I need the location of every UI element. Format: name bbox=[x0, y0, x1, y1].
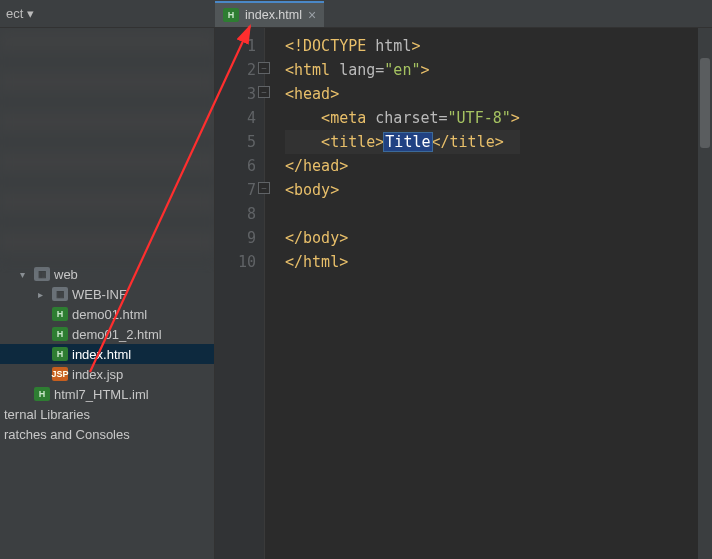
tree-label: ratches and Consoles bbox=[4, 427, 130, 442]
line-number: 5 bbox=[215, 130, 256, 154]
code-area[interactable]: <!DOCTYPE html> <html lang="en"> <head> … bbox=[265, 28, 520, 559]
html-file-icon: H bbox=[52, 327, 68, 341]
line-gutter: 1 2− 3− 4 5 6 7− 8 9 10 bbox=[215, 28, 265, 559]
code-line: <!DOCTYPE html> bbox=[285, 34, 520, 58]
code-line bbox=[285, 202, 520, 226]
selected-text: Title bbox=[384, 133, 431, 151]
code-line: <title>Title</title> bbox=[285, 130, 520, 154]
scrollbar-thumb[interactable] bbox=[700, 58, 710, 148]
tree-label: web bbox=[54, 267, 78, 282]
html-file-icon: H bbox=[52, 347, 68, 361]
folder-icon: ▦ bbox=[34, 267, 50, 281]
jsp-file-icon: JSP bbox=[52, 367, 68, 381]
project-sidebar: ▾ ▦ web ▸ ▦ WEB-INF H demo01.html H demo… bbox=[0, 28, 215, 559]
line-number: 6 bbox=[215, 154, 256, 178]
line-number: 3− bbox=[215, 82, 256, 106]
tree-folder-webinf[interactable]: ▸ ▦ WEB-INF bbox=[0, 284, 214, 304]
line-number: 8 bbox=[215, 202, 256, 226]
blurred-region bbox=[0, 32, 214, 262]
tree-file-demo01-2[interactable]: H demo01_2.html bbox=[0, 324, 214, 344]
chevron-down-icon: ▾ bbox=[20, 269, 30, 280]
project-label: ect bbox=[6, 6, 23, 21]
fold-icon[interactable]: − bbox=[258, 182, 270, 194]
tree-file-demo01[interactable]: H demo01.html bbox=[0, 304, 214, 324]
line-number: 9 bbox=[215, 226, 256, 250]
tree-label: WEB-INF bbox=[72, 287, 127, 302]
html-file-icon: H bbox=[52, 307, 68, 321]
line-number: 4 bbox=[215, 106, 256, 130]
folder-icon: ▦ bbox=[52, 287, 68, 301]
code-line: </html> bbox=[285, 250, 520, 274]
tab-label: index.html bbox=[245, 8, 302, 22]
project-selector[interactable]: ect ▾ bbox=[6, 6, 34, 21]
line-number: 2− bbox=[215, 58, 256, 82]
tree-file-index-html[interactable]: H index.html bbox=[0, 344, 214, 364]
tree-label: html7_HTML.iml bbox=[54, 387, 149, 402]
code-editor[interactable]: 1 2− 3− 4 5 6 7− 8 9 10 <!DOCTYPE html> … bbox=[215, 28, 712, 559]
fold-icon[interactable]: − bbox=[258, 62, 270, 74]
html-file-icon: H bbox=[223, 8, 239, 22]
code-line: <head> bbox=[285, 82, 520, 106]
tree-folder-web[interactable]: ▾ ▦ web bbox=[0, 264, 214, 284]
code-line: <html lang="en"> bbox=[285, 58, 520, 82]
line-number: 7− bbox=[215, 178, 256, 202]
tab-index-html[interactable]: H index.html × bbox=[215, 1, 324, 27]
project-tree[interactable]: ▾ ▦ web ▸ ▦ WEB-INF H demo01.html H demo… bbox=[0, 262, 214, 444]
editor-tabbar: H index.html × bbox=[215, 0, 712, 28]
tree-label: ternal Libraries bbox=[4, 407, 90, 422]
code-line: </body> bbox=[285, 226, 520, 250]
close-icon[interactable]: × bbox=[308, 7, 316, 23]
chevron-right-icon: ▸ bbox=[38, 289, 48, 300]
tree-label: index.html bbox=[72, 347, 131, 362]
tree-external-libraries[interactable]: ternal Libraries bbox=[0, 404, 214, 424]
tree-label: index.jsp bbox=[72, 367, 123, 382]
code-line: <meta charset="UTF-8"> bbox=[285, 106, 520, 130]
tree-label: demo01_2.html bbox=[72, 327, 162, 342]
code-line: </head> bbox=[285, 154, 520, 178]
tree-file-iml[interactable]: H html7_HTML.iml bbox=[0, 384, 214, 404]
line-number: 10 bbox=[215, 250, 256, 274]
code-line: <body> bbox=[285, 178, 520, 202]
tree-scratches[interactable]: ratches and Consoles bbox=[0, 424, 214, 444]
line-number: 1 bbox=[215, 34, 256, 58]
tree-label: demo01.html bbox=[72, 307, 147, 322]
tree-file-index-jsp[interactable]: JSP index.jsp bbox=[0, 364, 214, 384]
iml-file-icon: H bbox=[34, 387, 50, 401]
vertical-scrollbar[interactable] bbox=[698, 28, 712, 559]
fold-icon[interactable]: − bbox=[258, 86, 270, 98]
chevron-down-icon: ▾ bbox=[27, 6, 34, 21]
